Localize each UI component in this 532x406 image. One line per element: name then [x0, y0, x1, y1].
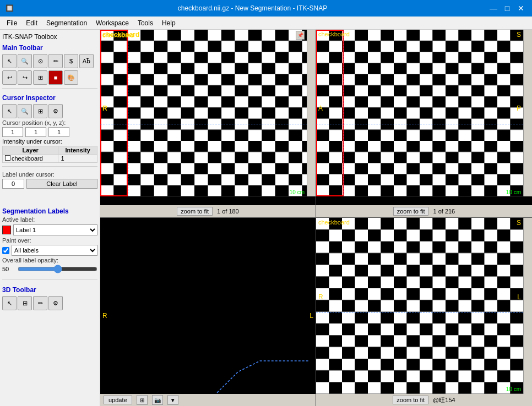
menu-help[interactable]: Help — [158, 18, 180, 28]
viewport-top-left[interactable]: checkboard A R L 10 cm zoom to fit 1 of … — [100, 30, 316, 218]
corner-p-tr: P — [517, 105, 521, 112]
cursor-tool-3[interactable]: ⊞ — [33, 104, 47, 118]
cursor-tool-2[interactable]: 🔍 — [18, 104, 32, 118]
label-row: Clear Label — [2, 179, 97, 189]
label-under-cursor-text: Label under cursor: — [2, 171, 97, 178]
menu-segmentation[interactable]: Segmentation — [42, 18, 91, 28]
scale-tr: 10 cm — [506, 189, 521, 195]
cursor-tool-1[interactable]: ↖ — [2, 104, 17, 118]
menu-bar: File Edit Segmentation Workspace Tools H… — [0, 17, 532, 30]
app-icon: 🔲 — [6, 4, 14, 12]
active-label-text: Active label: — [2, 216, 97, 223]
opacity-slider[interactable] — [18, 265, 97, 273]
maximize-button[interactable]: □ — [502, 3, 513, 14]
vp-bottom-bl: update ⊞ 📷 ▼ — [100, 394, 316, 406]
viewport-bottom-left[interactable]: R L update ⊞ 📷 ▼ — [100, 218, 316, 406]
minimize-button[interactable]: — — [488, 3, 499, 14]
tool-undo[interactable]: ↩ — [2, 70, 17, 85]
viewport-bottom-right[interactable]: checkboard S R L 10 cm zoom to fit @旺154 — [316, 218, 532, 406]
tool-redo[interactable]: ↪ — [18, 70, 32, 85]
3d-tool-1[interactable]: ↖ — [2, 296, 17, 310]
zoom-fit-btn-br[interactable]: zoom to fit — [393, 396, 428, 404]
menu-file[interactable]: File — [2, 18, 21, 28]
cursor-x-input[interactable] — [2, 127, 23, 137]
close-button[interactable]: ✕ — [515, 3, 526, 14]
tool-color[interactable]: ■ — [48, 70, 63, 85]
paint-over-text: Paint over: — [2, 237, 97, 244]
main-layout: ITK-SNAP Toolbox Main Toolbar ↖ 🔍 ⊙ ✏ $ … — [0, 30, 532, 406]
vp-pin-tl[interactable]: 📌 — [296, 31, 305, 40]
divider2 — [2, 166, 97, 167]
cursor-inspector-header: Cursor Inspector — [2, 92, 97, 103]
corner-a-tr: A — [318, 105, 323, 112]
menu-tools[interactable]: Tools — [133, 18, 158, 28]
corner-s-br: S — [517, 219, 521, 227]
corner-l-br: L — [517, 293, 521, 301]
update-button[interactable]: update — [104, 396, 132, 404]
corner-s-tr: S — [517, 31, 521, 39]
vp-bottom-br: zoom to fit @旺154 — [316, 394, 532, 406]
vp-label-tr: checkboard — [318, 31, 350, 37]
vp-label-tl: checkboard — [102, 32, 134, 39]
cursor-tool-4[interactable]: ⚙ — [48, 104, 63, 118]
tool-polygon[interactable]: ✏ — [48, 54, 63, 68]
bl-icon-2[interactable]: 📷 — [152, 395, 163, 405]
paint-over-dropdown[interactable]: All labels — [12, 245, 97, 256]
cursor-pos-row — [2, 127, 97, 137]
layer-color-swatch — [5, 155, 10, 161]
bl-icon-arrow[interactable]: ▼ — [167, 395, 178, 405]
label-section: Label under cursor: Clear Label — [2, 169, 97, 192]
red-border-tr — [316, 30, 344, 196]
tool-zoom[interactable]: 🔍 — [18, 54, 32, 68]
vp-label-br: checkboard — [318, 219, 350, 226]
cursor-tools-row: ↖ 🔍 ⊞ ⚙ — [2, 103, 97, 119]
opacity-value: 50 — [2, 266, 15, 272]
3d-tool-2[interactable]: ⊞ — [18, 296, 32, 310]
zoom-fit-btn-tl[interactable]: zoom to fit — [177, 207, 213, 216]
crosshair-v-tl — [128, 30, 128, 196]
opacity-row: 50 — [2, 265, 97, 273]
tool-pointer[interactable]: ↖ — [2, 54, 17, 68]
tool-layers[interactable]: ⊞ — [33, 70, 47, 85]
active-label-row: Label 1 — [2, 224, 97, 235]
bl-icon-1[interactable]: ⊞ — [137, 395, 148, 405]
tool-paintbrush[interactable]: $ — [64, 54, 78, 68]
vp-top-bar-tl: checkboard 📌 — [100, 30, 307, 41]
menu-workspace[interactable]: Workspace — [91, 18, 133, 28]
paint-over-checkbox[interactable] — [2, 247, 9, 254]
tool-palette[interactable]: 🎨 — [64, 70, 78, 85]
crosshair-h-tr — [316, 124, 523, 124]
seg-labels-header: Segmentation Labels — [2, 205, 97, 216]
active-label-color — [2, 226, 11, 234]
tool-text[interactable]: Aƀ — [79, 54, 94, 68]
vp-bottom-tl: zoom to fit 1 of 180 — [100, 205, 316, 217]
zoom-fit-btn-tr[interactable]: zoom to fit — [393, 207, 429, 216]
label-value-input[interactable] — [2, 179, 24, 189]
svg-rect-14 — [316, 218, 523, 394]
3d-tool-4[interactable]: ⚙ — [48, 296, 63, 310]
viewport-top-right[interactable]: checkboard S A P 10 cm zoom to fit 1 of … — [316, 30, 532, 218]
vp-bl-corner-tl: R — [102, 105, 107, 112]
cursor-z-input[interactable] — [48, 127, 69, 137]
scrollbar-right-tl[interactable] — [307, 30, 316, 196]
intensity-col-intensity: Intensity — [58, 146, 97, 155]
scrollbar-right-tr[interactable] — [523, 30, 532, 196]
title-bar: 🔲 checkboard.nii.gz - New Segmentation -… — [0, 0, 532, 17]
menu-edit[interactable]: Edit — [21, 18, 42, 28]
tool-lasso[interactable]: ⊙ — [33, 54, 47, 68]
window-controls: — □ ✕ — [488, 3, 526, 14]
crosshair-h-tl — [100, 124, 316, 124]
clear-label-button[interactable]: Clear Label — [26, 179, 97, 189]
window-title: checkboard.nii.gz - New Segmentation - I… — [17, 4, 488, 12]
3d-tool-3[interactable]: ✏ — [33, 296, 47, 310]
divider1 — [2, 88, 97, 89]
active-label-dropdown[interactable]: Label 1 — [13, 224, 97, 235]
intensity-row: checkboard 1 — [3, 155, 97, 163]
scrollbar-right-br[interactable] — [523, 218, 532, 394]
crosshair-v-tr — [344, 30, 344, 196]
corner-r-bl: R — [102, 312, 107, 320]
divider3 — [2, 279, 97, 279]
segmentation-labels: Segmentation Labels Active label: Label … — [2, 203, 97, 277]
cursor-y-input[interactable] — [25, 127, 46, 137]
opacity-text: Overall label opacity: — [2, 257, 97, 264]
